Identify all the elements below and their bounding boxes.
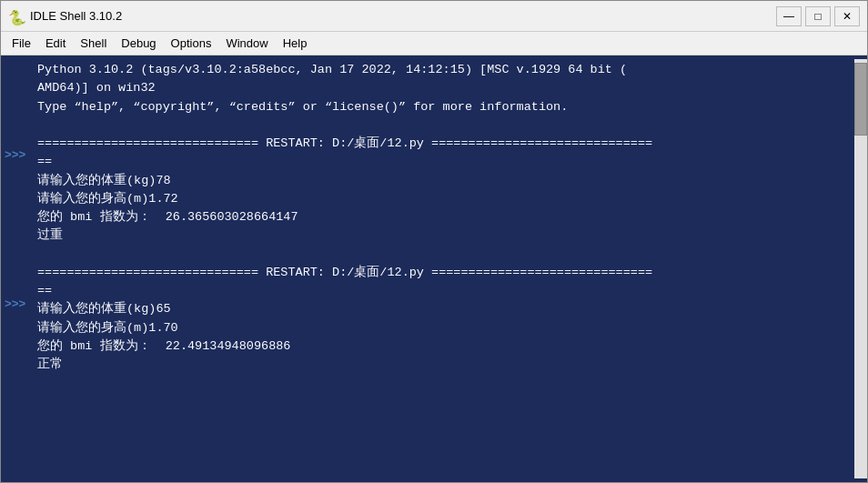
menu-window[interactable]: Window [218, 34, 275, 53]
shell-line-13: == [37, 282, 851, 300]
arrow-1: >>> [1, 146, 37, 165]
maximize-button[interactable]: □ [805, 6, 831, 26]
minimize-button[interactable]: — [776, 6, 802, 26]
shell-line-2: AMD64)] on win32 [37, 79, 851, 97]
close-button[interactable]: ✕ [834, 6, 860, 26]
shell-line-4 [37, 116, 851, 135]
title-bar: 🐍 IDLE Shell 3.10.2 — □ ✕ [1, 1, 867, 32]
shell-line-10: 过重 [37, 226, 851, 245]
shell-line-11 [37, 246, 851, 264]
shell-line-8: 请输入您的身高(m)1.72 [37, 190, 851, 208]
shell-line-14: 请输入您的体重(kg)65 [37, 300, 851, 318]
shell-line-5: ============================== RESTART: … [37, 135, 851, 153]
shell-line-12: ============================== RESTART: … [37, 264, 851, 282]
shell-content: Python 3.10.2 (tags/v3.10.2:a58ebcc, Jan… [37, 59, 854, 478]
app-icon: 🐍 [8, 9, 23, 24]
shell-line-6: == [37, 153, 851, 171]
shell-line-1: Python 3.10.2 (tags/v3.10.2:a58ebcc, Jan… [37, 61, 851, 79]
menu-edit[interactable]: Edit [38, 34, 73, 53]
title-left: 🐍 IDLE Shell 3.10.2 [8, 9, 122, 24]
shell-line-9: 您的 bmi 指数为： 26.365603028664147 [37, 208, 851, 226]
menu-debug[interactable]: Debug [114, 34, 163, 53]
menu-file[interactable]: File [5, 34, 38, 53]
shell-area[interactable]: >>> >>> Python 3.10.2 (tags/v3.10.2:a58e… [1, 55, 867, 482]
shell-line-16: 您的 bmi 指数为： 22.49134948096886 [37, 337, 851, 356]
scrollbar-thumb[interactable] [854, 63, 867, 136]
idle-window: 🐍 IDLE Shell 3.10.2 — □ ✕ File Edit Shel… [0, 0, 868, 483]
shell-line-3: Type “help”, “copyright”, “credits” or “… [37, 98, 851, 116]
shell-line-7: 请输入您的体重(kg)78 [37, 172, 851, 190]
gutter: >>> >>> [1, 59, 37, 478]
scrollbar[interactable] [854, 59, 867, 478]
window-title: IDLE Shell 3.10.2 [30, 9, 122, 23]
menu-bar: File Edit Shell Debug Options Window Hel… [1, 32, 867, 55]
menu-shell[interactable]: Shell [73, 34, 114, 53]
shell-line-17: 正常 [37, 356, 851, 374]
menu-options[interactable]: Options [164, 34, 219, 53]
title-controls: — □ ✕ [776, 6, 860, 26]
shell-line-15: 请输入您的身高(m)1.70 [37, 319, 851, 337]
arrow-2: >>> [1, 296, 37, 314]
menu-help[interactable]: Help [276, 34, 315, 53]
